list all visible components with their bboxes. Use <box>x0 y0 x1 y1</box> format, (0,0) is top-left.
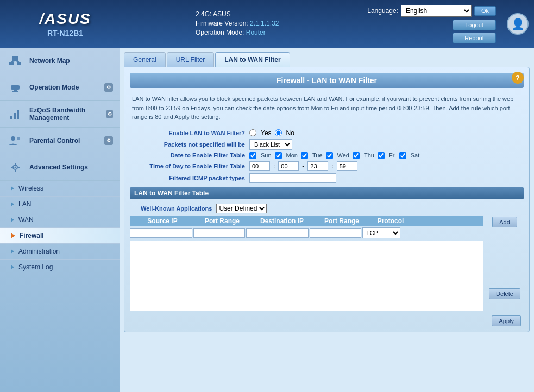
language-area: Language: English Chinese (Traditional) … <box>367 5 496 17</box>
asus-logo: /ASUS <box>39 10 91 28</box>
icmp-input[interactable] <box>249 173 336 183</box>
language-label: Language: <box>367 7 398 15</box>
day-wed-label: Wed <box>337 152 349 159</box>
protocol-select[interactable]: TCP UDP Both <box>362 227 400 238</box>
time-to-hour[interactable] <box>307 161 328 171</box>
packets-select[interactable]: Black List White List <box>249 139 292 150</box>
svg-rect-1 <box>9 62 14 65</box>
sidebar-item-lan[interactable]: LAN <box>0 197 120 212</box>
sidebar-item-advanced-settings[interactable]: Advanced Settings <box>0 154 120 181</box>
sidebar-item-wireless[interactable]: Wireless <box>0 181 120 197</box>
apply-button[interactable]: Apply <box>492 315 521 326</box>
svg-point-11 <box>11 136 15 141</box>
time-value: : - : <box>249 161 524 171</box>
firmware-version-link[interactable]: 2.1.1.1.32 <box>250 20 279 27</box>
sidebar-item-wan[interactable]: WAN <box>0 212 120 228</box>
ezqos-label: EzQoS Bandwidth Management <box>29 106 101 122</box>
day-fri-label: Fri <box>389 152 396 159</box>
filter-input-row: TCP UDP Both <box>130 227 483 238</box>
packets-row: Packets not specified will be Black List… <box>130 139 524 150</box>
network-map-icon <box>7 53 24 68</box>
icmp-row: Filtered ICMP packet types <box>130 173 524 183</box>
day-sun-checkbox[interactable] <box>249 152 256 159</box>
enable-filter-no-radio[interactable] <box>275 129 282 136</box>
day-thu-checkbox[interactable] <box>353 152 360 159</box>
tab-general[interactable]: General <box>124 52 166 67</box>
day-thu-label: Thu <box>364 152 374 159</box>
advanced-settings-label: Advanced Settings <box>29 163 88 171</box>
language-select[interactable]: English Chinese (Traditional) Chinese (S… <box>401 5 472 17</box>
enable-filter-row: Enable LAN to WAN Filter? Yes No <box>130 129 524 137</box>
day-sat-checkbox[interactable] <box>399 152 406 159</box>
side-buttons: Add Delete <box>486 216 524 311</box>
day-sat-label: Sat <box>411 152 420 159</box>
tab-bar: General URL Filter LAN to WAN Filter <box>124 52 530 67</box>
enable-filter-yes-label: Yes <box>261 129 272 137</box>
enable-filter-yes-radio[interactable] <box>249 129 256 136</box>
sidebar-item-network-map[interactable]: Network Map <box>0 48 120 74</box>
filter-table-header: LAN to WAN Filter Table <box>130 187 524 199</box>
col-header-port-range2: Port Range <box>315 217 369 225</box>
apply-row: Apply <box>130 315 524 326</box>
time-to-min[interactable] <box>337 161 357 171</box>
icmp-label: Filtered ICMP packet types <box>130 175 249 181</box>
logout-button[interactable]: Logout <box>453 20 496 30</box>
port-range1-input[interactable] <box>193 228 245 238</box>
day-mon-label: Mon <box>286 152 298 159</box>
enable-filter-no-label: No <box>286 129 294 137</box>
day-mon-checkbox[interactable] <box>275 152 282 159</box>
dest-ip-input[interactable] <box>246 228 309 238</box>
svg-point-14 <box>15 167 16 168</box>
svg-point-12 <box>17 137 20 140</box>
help-icon[interactable]: ? <box>512 72 524 84</box>
well-known-row: Well-Known Applications User Defined HTT… <box>141 201 524 216</box>
svg-rect-10 <box>17 110 19 119</box>
day-tue-label: Tue <box>312 152 323 159</box>
time-colon1: : <box>273 162 275 170</box>
day-tue-checkbox[interactable] <box>301 152 308 159</box>
firewall-arrow <box>11 233 15 238</box>
sidebar-item-firewall[interactable]: Firewall <box>0 228 120 244</box>
logo-area: /ASUS RT-N12B1 <box>5 10 125 37</box>
model-name: RT-N12B1 <box>47 29 83 37</box>
wireless-label: Wireless <box>18 185 43 192</box>
date-row: Date to Enable Filter Table Sun Mon Tue … <box>130 152 524 159</box>
add-button[interactable]: Add <box>492 217 517 227</box>
sidebar-item-administration[interactable]: Administration <box>0 244 120 260</box>
firewall-label: Firewall <box>20 232 44 239</box>
parental-control-label: Parental Control <box>29 137 80 144</box>
sidebar-item-ezqos[interactable]: EzQoS Bandwidth Management ⚙ <box>0 101 120 128</box>
day-sun-label: Sun <box>261 152 272 159</box>
parental-control-icon <box>7 133 24 148</box>
day-wed-checkbox[interactable] <box>326 152 333 159</box>
sidebar-item-parental-control[interactable]: Parental Control ⚙ <box>0 128 120 154</box>
tab-lan-to-wan[interactable]: LAN to WAN Filter <box>215 52 290 67</box>
svg-rect-8 <box>10 116 12 119</box>
time-from-min[interactable] <box>278 161 299 171</box>
col-header-port-range1: Port Range <box>195 217 249 225</box>
port-range2-input[interactable] <box>310 228 361 238</box>
ok-button[interactable]: Ok <box>474 6 496 16</box>
well-known-select[interactable]: User Defined HTTP FTP HTTPS SMTP POP3 <box>216 204 267 213</box>
time-dash: - <box>302 162 304 170</box>
day-fri-checkbox[interactable] <box>378 152 385 159</box>
tab-url-filter[interactable]: URL Filter <box>167 52 215 67</box>
avatar: 👤 <box>507 13 529 35</box>
operation-mode-label: Operation Mode <box>29 84 79 91</box>
enable-filter-label: Enable LAN to WAN Filter? <box>130 130 249 136</box>
svg-rect-7 <box>12 91 18 92</box>
time-from-hour[interactable] <box>249 161 270 171</box>
reboot-button[interactable]: Reboot <box>453 33 496 43</box>
svg-rect-5 <box>11 85 20 90</box>
delete-button[interactable]: Delete <box>489 288 520 299</box>
sidebar-item-system-log[interactable]: System Log <box>0 260 120 275</box>
source-ip-input[interactable] <box>130 228 192 238</box>
sidebar-item-operation-mode[interactable]: Operation Mode ⚙ <box>0 74 120 101</box>
wan-label: WAN <box>18 216 34 224</box>
parental-badge: ⚙ <box>104 136 113 145</box>
system-log-label: System Log <box>18 263 53 271</box>
ezqos-icon <box>7 106 24 122</box>
svg-line-3 <box>11 61 15 62</box>
date-value: Sun Mon Tue Wed Thu Fri Sat <box>249 152 524 159</box>
operation-mode-link[interactable]: Router <box>246 29 266 36</box>
